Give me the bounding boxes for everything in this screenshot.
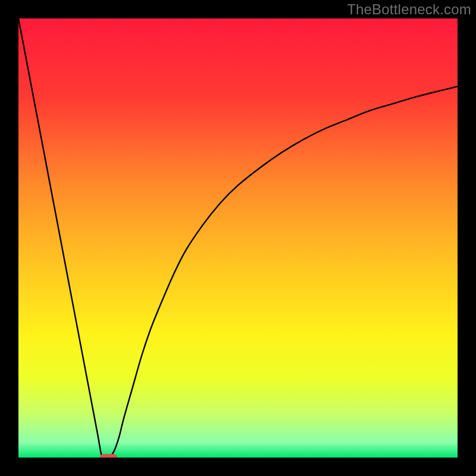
plot-background <box>18 18 458 458</box>
chart-outer-frame: TheBottleneck.com <box>0 0 476 476</box>
plot-area <box>18 18 458 458</box>
bottleneck-curve-chart <box>18 18 458 458</box>
optimal-marker <box>100 454 118 458</box>
watermark-text: TheBottleneck.com <box>347 1 471 18</box>
